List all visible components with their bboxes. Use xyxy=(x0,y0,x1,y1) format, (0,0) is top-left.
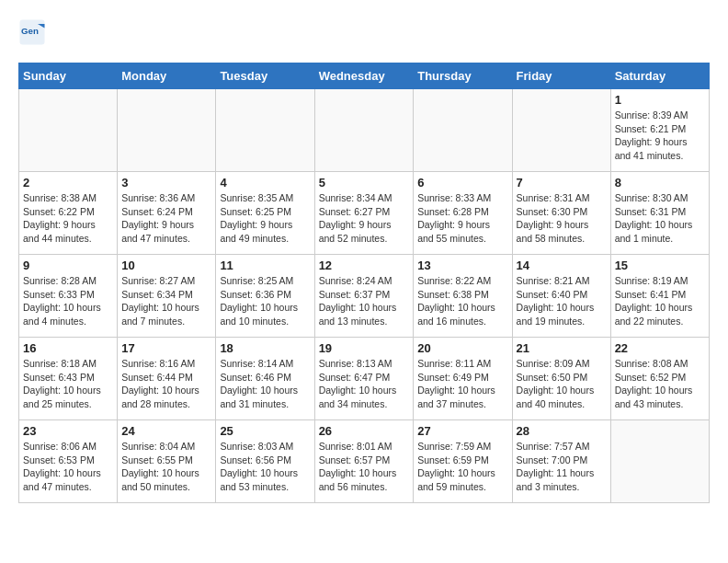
day-number: 19 xyxy=(319,341,410,355)
day-info: Sunrise: 8:30 AM Sunset: 6:31 PM Dayligh… xyxy=(615,191,705,246)
svg-text:Gen: Gen xyxy=(21,26,39,36)
day-number: 10 xyxy=(121,259,211,272)
day-info: Sunrise: 8:18 AM Sunset: 6:43 PM Dayligh… xyxy=(23,357,113,411)
calendar-cell: 8Sunrise: 8:30 AM Sunset: 6:31 PM Daylig… xyxy=(610,172,709,255)
day-number: 1 xyxy=(615,93,705,107)
calendar-cell: 17Sunrise: 8:16 AM Sunset: 6:44 PM Dayli… xyxy=(118,338,216,420)
calendar-cell: 27Sunrise: 7:59 AM Sunset: 6:59 PM Dayli… xyxy=(414,420,512,503)
day-info: Sunrise: 8:28 AM Sunset: 6:33 PM Dayligh… xyxy=(23,274,113,328)
calendar-cell: 21Sunrise: 8:09 AM Sunset: 6:50 PM Dayli… xyxy=(512,338,610,420)
day-number: 20 xyxy=(417,341,507,355)
calendar-cell: 26Sunrise: 8:01 AM Sunset: 6:57 PM Dayli… xyxy=(314,420,414,503)
weekday-header-tuesday: Tuesday xyxy=(216,63,314,89)
day-info: Sunrise: 8:33 AM Sunset: 6:28 PM Dayligh… xyxy=(417,191,507,246)
day-info: Sunrise: 8:39 AM Sunset: 6:21 PM Dayligh… xyxy=(615,109,705,163)
calendar-cell: 24Sunrise: 8:04 AM Sunset: 6:55 PM Dayli… xyxy=(118,420,216,503)
day-info: Sunrise: 7:59 AM Sunset: 6:59 PM Dayligh… xyxy=(417,440,507,494)
day-number: 7 xyxy=(517,176,607,190)
day-number: 15 xyxy=(615,259,705,272)
calendar-cell: 15Sunrise: 8:19 AM Sunset: 6:41 PM Dayli… xyxy=(610,255,709,338)
day-info: Sunrise: 8:24 AM Sunset: 6:37 PM Dayligh… xyxy=(319,274,410,328)
day-info: Sunrise: 8:01 AM Sunset: 6:57 PM Dayligh… xyxy=(319,440,410,494)
calendar-cell: 3Sunrise: 8:36 AM Sunset: 6:24 PM Daylig… xyxy=(118,172,216,255)
day-info: Sunrise: 8:11 AM Sunset: 6:49 PM Dayligh… xyxy=(417,357,507,411)
calendar-cell: 6Sunrise: 8:33 AM Sunset: 6:28 PM Daylig… xyxy=(414,172,512,255)
day-info: Sunrise: 8:36 AM Sunset: 6:24 PM Dayligh… xyxy=(121,191,211,246)
calendar-cell: 9Sunrise: 8:28 AM Sunset: 6:33 PM Daylig… xyxy=(19,255,118,338)
calendar-cell: 20Sunrise: 8:11 AM Sunset: 6:49 PM Dayli… xyxy=(414,338,512,420)
day-number: 22 xyxy=(615,341,705,355)
calendar-cell: 19Sunrise: 8:13 AM Sunset: 6:47 PM Dayli… xyxy=(314,338,414,420)
day-info: Sunrise: 8:22 AM Sunset: 6:38 PM Dayligh… xyxy=(417,274,507,328)
calendar-cell: 16Sunrise: 8:18 AM Sunset: 6:43 PM Dayli… xyxy=(19,338,118,420)
day-number: 23 xyxy=(23,424,113,438)
calendar-cell: 22Sunrise: 8:08 AM Sunset: 6:52 PM Dayli… xyxy=(610,338,709,420)
day-info: Sunrise: 8:06 AM Sunset: 6:53 PM Dayligh… xyxy=(23,440,113,494)
calendar-cell xyxy=(610,420,709,503)
calendar-cell: 11Sunrise: 8:25 AM Sunset: 6:36 PM Dayli… xyxy=(216,255,314,338)
calendar-cell xyxy=(216,89,314,172)
day-number: 27 xyxy=(417,424,507,438)
calendar-cell: 14Sunrise: 8:21 AM Sunset: 6:40 PM Dayli… xyxy=(512,255,610,338)
day-number: 17 xyxy=(121,341,211,355)
day-number: 6 xyxy=(417,176,507,190)
day-info: Sunrise: 8:34 AM Sunset: 6:27 PM Dayligh… xyxy=(319,191,410,246)
calendar-cell xyxy=(512,89,610,172)
weekday-header-wednesday: Wednesday xyxy=(314,63,414,89)
day-info: Sunrise: 8:03 AM Sunset: 6:56 PM Dayligh… xyxy=(220,440,310,494)
day-number: 21 xyxy=(517,341,607,355)
logo: Gen xyxy=(18,18,50,46)
calendar-cell: 25Sunrise: 8:03 AM Sunset: 6:56 PM Dayli… xyxy=(216,420,314,503)
day-number: 13 xyxy=(417,259,507,272)
day-info: Sunrise: 8:04 AM Sunset: 6:55 PM Dayligh… xyxy=(121,440,211,494)
calendar-cell xyxy=(19,89,118,172)
calendar-cell: 4Sunrise: 8:35 AM Sunset: 6:25 PM Daylig… xyxy=(216,172,314,255)
day-info: Sunrise: 8:19 AM Sunset: 6:41 PM Dayligh… xyxy=(615,274,705,328)
calendar-cell: 10Sunrise: 8:27 AM Sunset: 6:34 PM Dayli… xyxy=(118,255,216,338)
day-number: 18 xyxy=(220,341,310,355)
weekday-header-thursday: Thursday xyxy=(414,63,512,89)
day-info: Sunrise: 8:31 AM Sunset: 6:30 PM Dayligh… xyxy=(517,191,607,246)
weekday-header-monday: Monday xyxy=(118,63,216,89)
calendar-cell: 13Sunrise: 8:22 AM Sunset: 6:38 PM Dayli… xyxy=(414,255,512,338)
calendar-cell: 5Sunrise: 8:34 AM Sunset: 6:27 PM Daylig… xyxy=(314,172,414,255)
day-number: 28 xyxy=(517,424,607,438)
day-number: 9 xyxy=(23,259,113,272)
day-info: Sunrise: 8:13 AM Sunset: 6:47 PM Dayligh… xyxy=(319,357,410,411)
calendar-cell: 23Sunrise: 8:06 AM Sunset: 6:53 PM Dayli… xyxy=(19,420,118,503)
day-number: 2 xyxy=(23,176,113,190)
day-number: 24 xyxy=(121,424,211,438)
day-info: Sunrise: 8:08 AM Sunset: 6:52 PM Dayligh… xyxy=(615,357,705,411)
calendar-cell: 1Sunrise: 8:39 AM Sunset: 6:21 PM Daylig… xyxy=(610,89,709,172)
calendar: SundayMondayTuesdayWednesdayThursdayFrid… xyxy=(18,63,710,503)
day-number: 26 xyxy=(319,424,410,438)
logo-icon: Gen xyxy=(18,18,46,46)
calendar-cell xyxy=(118,89,216,172)
day-number: 8 xyxy=(615,176,705,190)
calendar-cell: 18Sunrise: 8:14 AM Sunset: 6:46 PM Dayli… xyxy=(216,338,314,420)
day-info: Sunrise: 8:25 AM Sunset: 6:36 PM Dayligh… xyxy=(220,274,310,328)
weekday-header-sunday: Sunday xyxy=(19,63,118,89)
day-number: 3 xyxy=(121,176,211,190)
day-info: Sunrise: 7:57 AM Sunset: 7:00 PM Dayligh… xyxy=(517,440,607,494)
day-info: Sunrise: 8:09 AM Sunset: 6:50 PM Dayligh… xyxy=(517,357,607,411)
day-number: 4 xyxy=(220,176,310,190)
calendar-cell: 12Sunrise: 8:24 AM Sunset: 6:37 PM Dayli… xyxy=(314,255,414,338)
day-info: Sunrise: 8:16 AM Sunset: 6:44 PM Dayligh… xyxy=(121,357,211,411)
calendar-cell: 2Sunrise: 8:38 AM Sunset: 6:22 PM Daylig… xyxy=(19,172,118,255)
day-number: 16 xyxy=(23,341,113,355)
day-number: 11 xyxy=(220,259,310,272)
weekday-header-saturday: Saturday xyxy=(610,63,709,89)
calendar-cell: 28Sunrise: 7:57 AM Sunset: 7:00 PM Dayli… xyxy=(512,420,610,503)
day-number: 14 xyxy=(517,259,607,272)
calendar-cell xyxy=(414,89,512,172)
day-number: 25 xyxy=(220,424,310,438)
weekday-header-friday: Friday xyxy=(512,63,610,89)
day-info: Sunrise: 8:35 AM Sunset: 6:25 PM Dayligh… xyxy=(220,191,310,246)
calendar-cell xyxy=(314,89,414,172)
day-number: 12 xyxy=(319,259,410,272)
day-number: 5 xyxy=(319,176,410,190)
day-info: Sunrise: 8:27 AM Sunset: 6:34 PM Dayligh… xyxy=(121,274,211,328)
day-info: Sunrise: 8:21 AM Sunset: 6:40 PM Dayligh… xyxy=(517,274,607,328)
day-info: Sunrise: 8:38 AM Sunset: 6:22 PM Dayligh… xyxy=(23,191,113,246)
